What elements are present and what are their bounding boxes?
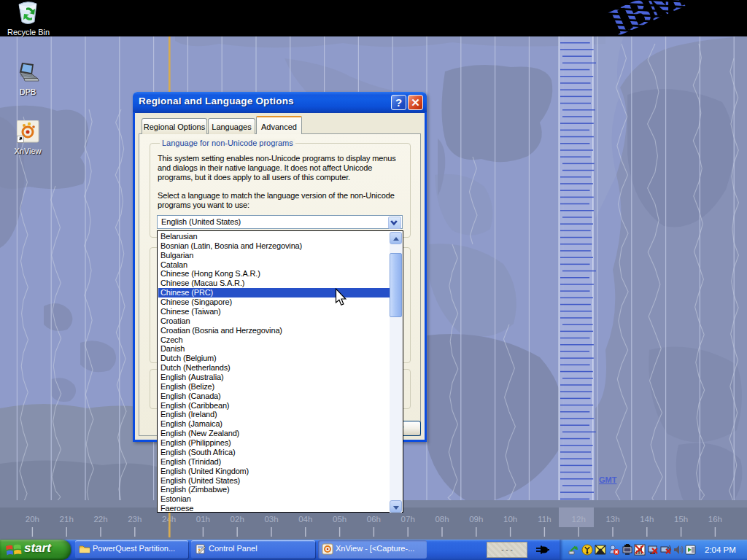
svg-text:23h: 23h bbox=[128, 515, 142, 524]
svg-text:06h: 06h bbox=[367, 515, 381, 524]
svg-text:08h: 08h bbox=[435, 515, 449, 524]
svg-text:05h: 05h bbox=[333, 515, 347, 524]
svg-text:21h: 21h bbox=[60, 515, 74, 524]
svg-text:15h: 15h bbox=[674, 515, 688, 524]
svg-text:07h: 07h bbox=[401, 515, 415, 524]
svg-text:22h: 22h bbox=[93, 515, 107, 524]
svg-text:14h: 14h bbox=[640, 515, 654, 524]
svg-text:01h: 01h bbox=[196, 515, 210, 524]
svg-text:GMT: GMT bbox=[599, 475, 617, 484]
svg-text:10h: 10h bbox=[503, 515, 517, 524]
svg-text:12h: 12h bbox=[572, 515, 586, 524]
svg-text:04h: 04h bbox=[298, 515, 312, 524]
svg-text:20h: 20h bbox=[26, 515, 39, 524]
svg-text:16h: 16h bbox=[708, 515, 722, 524]
svg-text:11h: 11h bbox=[538, 515, 551, 524]
svg-text:IBM: IBM bbox=[603, 0, 689, 36]
svg-text:03h: 03h bbox=[264, 515, 278, 524]
svg-text:02h: 02h bbox=[231, 515, 244, 524]
svg-text:09h: 09h bbox=[469, 515, 483, 524]
svg-text:13h: 13h bbox=[605, 515, 619, 524]
